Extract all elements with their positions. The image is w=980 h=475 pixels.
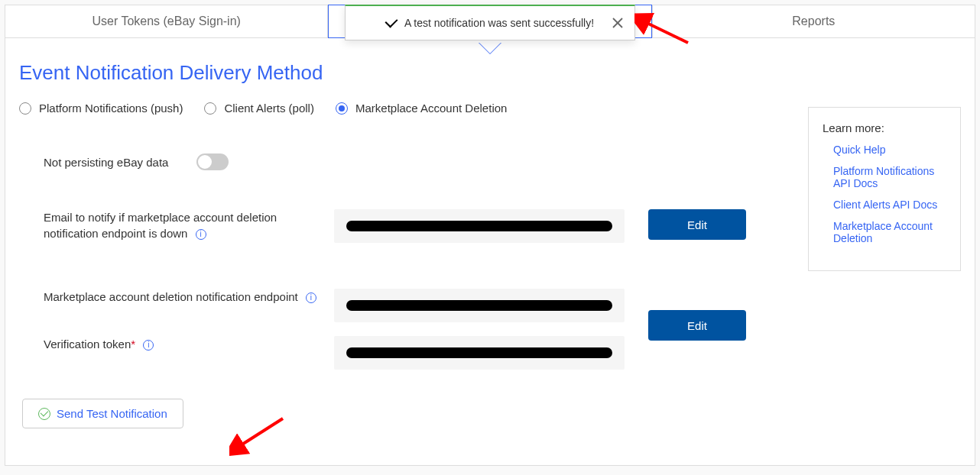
toast-notification: A test notification was sent successfull… bbox=[345, 5, 635, 40]
tab-label: Reports bbox=[792, 15, 835, 28]
token-label-text: Verification token bbox=[44, 338, 131, 351]
endpoint-label: Marketplace account deletion notificatio… bbox=[44, 289, 334, 305]
token-label: Verification token* i bbox=[44, 336, 334, 352]
link-quick-help[interactable]: Quick Help bbox=[823, 144, 949, 156]
radio-label: Marketplace Account Deletion bbox=[355, 102, 507, 115]
email-input[interactable] bbox=[334, 209, 625, 243]
radio-icon bbox=[204, 102, 216, 115]
radio-icon bbox=[19, 102, 31, 115]
info-icon[interactable]: i bbox=[196, 229, 206, 240]
send-test-label: Send Test Notification bbox=[57, 407, 167, 420]
link-platform-docs[interactable]: Platform Notifications API Docs bbox=[823, 165, 949, 189]
toast-close-button[interactable] bbox=[608, 14, 627, 32]
edit-email-button[interactable]: Edit bbox=[648, 209, 746, 240]
check-circle-icon bbox=[38, 408, 50, 420]
email-label-text: Email to notify if marketplace account d… bbox=[44, 211, 277, 240]
page-title: Event Notification Delivery Method bbox=[19, 61, 961, 85]
radio-icon bbox=[336, 102, 348, 115]
check-icon bbox=[385, 15, 398, 28]
endpoint-input[interactable] bbox=[334, 289, 625, 322]
toast-message: A test notification was sent successfull… bbox=[404, 17, 594, 29]
tab-user-tokens[interactable]: User Tokens (eBay Sign-in) bbox=[5, 5, 328, 38]
radio-marketplace-account-deletion[interactable]: Marketplace Account Deletion bbox=[336, 102, 507, 115]
email-label: Email to notify if marketplace account d… bbox=[44, 209, 334, 241]
tab-caret bbox=[479, 43, 501, 53]
link-client-alerts-docs[interactable]: Client Alerts API Docs bbox=[823, 199, 949, 211]
info-icon[interactable]: i bbox=[143, 340, 154, 351]
send-test-notification-button[interactable]: Send Test Notification bbox=[22, 399, 183, 428]
learn-more-heading: Learn more: bbox=[823, 121, 949, 134]
link-marketplace-deletion[interactable]: Marketplace Account Deletion bbox=[823, 220, 949, 244]
tab-label: User Tokens (eBay Sign-in) bbox=[92, 15, 240, 28]
main-panel: Event Notification Delivery Method Platf… bbox=[5, 38, 975, 466]
token-input[interactable] bbox=[334, 336, 625, 370]
edit-endpoint-button[interactable]: Edit bbox=[648, 310, 746, 341]
radio-label: Client Alerts (poll) bbox=[224, 102, 314, 115]
required-star: * bbox=[131, 338, 135, 351]
settings-block: Not persisting eBay data Email to notify… bbox=[19, 145, 791, 370]
endpoint-label-text: Marketplace account deletion notificatio… bbox=[44, 290, 298, 303]
info-icon[interactable]: i bbox=[306, 292, 316, 303]
persist-toggle[interactable] bbox=[196, 153, 229, 170]
persist-label: Not persisting eBay data bbox=[44, 154, 196, 170]
radio-label: Platform Notifications (push) bbox=[39, 102, 183, 115]
radio-client-alerts[interactable]: Client Alerts (poll) bbox=[204, 102, 314, 115]
radio-platform-notifications[interactable]: Platform Notifications (push) bbox=[19, 102, 183, 115]
tab-reports[interactable]: Reports bbox=[652, 5, 975, 38]
close-icon bbox=[612, 18, 623, 28]
learn-more-box: Learn more: Quick Help Platform Notifica… bbox=[808, 107, 961, 271]
